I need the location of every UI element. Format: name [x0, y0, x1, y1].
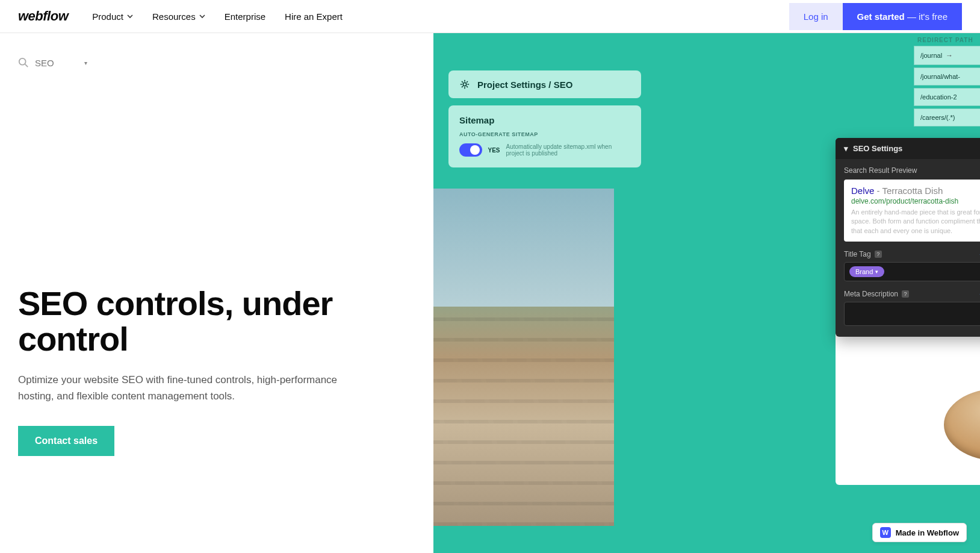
- badge-text: Made in Webflow: [896, 528, 959, 537]
- preview-brand: Delve: [851, 186, 874, 196]
- made-in-webflow-badge[interactable]: W Made in Webflow: [872, 523, 967, 542]
- redirect-path: /careers/(.*): [920, 114, 955, 121]
- page-description: Optimize your website SEO with fine-tune…: [18, 372, 343, 404]
- redirect-table: REDIRECT PATH /journal→ /journal/what- /…: [914, 34, 980, 129]
- header-right: Log in Get started — it's free: [789, 3, 962, 30]
- meta-desc-label: Meta Description?: [844, 290, 909, 298]
- redirect-row[interactable]: /journal→: [914, 46, 980, 65]
- breadcrumb-label: SEO: [35, 58, 54, 68]
- svg-point-0: [19, 58, 26, 65]
- right-visual-panel: REDIRECT PATH /journal→ /journal/what- /…: [433, 33, 980, 553]
- svg-point-2: [463, 83, 466, 86]
- redirect-path: /education-2: [920, 93, 957, 101]
- logo[interactable]: webflow: [18, 8, 68, 24]
- preview-label: Search Result Preview: [844, 166, 980, 175]
- title-tag-text: Title Tag: [844, 250, 871, 258]
- seo-panel-title: SEO Settings: [853, 144, 902, 153]
- caret-down-icon: ▾: [844, 144, 848, 153]
- seo-panel-body: Search Result Preview Delve - Terracotta…: [836, 159, 980, 337]
- help-icon[interactable]: ?: [875, 251, 882, 258]
- redirect-path: /journal: [920, 52, 942, 59]
- left-column: SEO ▾ SEO controls, under control Optimi…: [0, 33, 433, 553]
- webflow-logo-icon: W: [880, 527, 891, 538]
- login-button[interactable]: Log in: [789, 3, 843, 30]
- meta-desc-text: Meta Description: [844, 290, 898, 298]
- toggle-label: YES: [488, 147, 500, 154]
- preview-url: delve.com/product/terracotta-dish: [851, 197, 980, 205]
- cta-main: Get started: [857, 11, 905, 22]
- preview-title: Delve - Terracotta Dish: [851, 186, 980, 196]
- nav-product-label: Product: [92, 11, 123, 22]
- search-icon: [18, 57, 29, 68]
- breadcrumb[interactable]: SEO ▾: [18, 57, 415, 68]
- meta-description-input[interactable]: [844, 302, 980, 326]
- terracotta-dish-image: [944, 389, 980, 461]
- nav-enterprise-label: Enterprise: [225, 11, 265, 22]
- title-tag-label: Title Tag?: [844, 250, 882, 258]
- brand-chip[interactable]: Brand: [849, 266, 884, 277]
- hero: SEO controls, under control Optimize you…: [18, 286, 397, 456]
- chevron-down-icon: [127, 13, 133, 19]
- preview-description: An entirely hand-made piece that is grea…: [851, 208, 980, 236]
- project-settings-title: Project Settings / SEO: [477, 80, 572, 90]
- redirect-row[interactable]: /education-2: [914, 88, 980, 106]
- meta-desc-row: Meta Description? + Add Fie: [844, 290, 980, 298]
- svg-line-1: [25, 64, 28, 67]
- nav-product[interactable]: Product: [92, 11, 133, 22]
- nav-hire[interactable]: Hire an Expert: [285, 11, 343, 22]
- gear-icon: [459, 79, 470, 90]
- main: SEO ▾ SEO controls, under control Optimi…: [0, 33, 980, 553]
- caret-down-icon: ▾: [84, 60, 87, 66]
- sitemap-toggle[interactable]: [459, 143, 482, 157]
- preview-product: - Terracotta Dish: [874, 186, 943, 196]
- redirect-path: /journal/what-: [920, 73, 960, 80]
- page-title: SEO controls, under control: [18, 286, 397, 357]
- seo-settings-panel: ▾ SEO Settings Search Result Preview Del…: [836, 138, 980, 337]
- title-tag-row: Title Tag? + Add Fie: [844, 250, 980, 258]
- nav: Product Resources Enterprise Hire an Exp…: [92, 11, 343, 22]
- help-icon[interactable]: ?: [902, 290, 909, 298]
- sitemap-title: Sitemap: [459, 115, 630, 125]
- chevron-down-icon: [199, 13, 205, 19]
- seo-panel-header[interactable]: ▾ SEO Settings: [836, 138, 980, 159]
- nav-enterprise[interactable]: Enterprise: [225, 11, 265, 22]
- redirect-header: REDIRECT PATH: [914, 34, 980, 46]
- header: webflow Product Resources Enterprise Hir…: [0, 0, 980, 33]
- nav-resources-label: Resources: [152, 11, 196, 22]
- redirect-row[interactable]: /careers/(.*): [914, 108, 980, 127]
- arrow-right-icon: →: [946, 51, 953, 60]
- nav-hire-label: Hire an Expert: [285, 11, 343, 22]
- get-started-button[interactable]: Get started — it's free: [843, 3, 962, 30]
- title-tag-input[interactable]: Brand: [844, 262, 980, 281]
- redirect-row[interactable]: /journal/what-: [914, 67, 980, 86]
- project-settings-card: Project Settings / SEO: [448, 70, 641, 98]
- cityscape-image: [433, 189, 614, 526]
- contact-sales-button[interactable]: Contact sales: [18, 426, 114, 456]
- sitemap-toggle-row: YES Automatically update sitemap.xml whe…: [459, 143, 630, 157]
- sitemap-description: Automatically update sitemap.xml when pr…: [506, 143, 630, 157]
- sitemap-subtitle: AUTO-GENERATE SITEMAP: [459, 131, 630, 137]
- sitemap-card: Sitemap AUTO-GENERATE SITEMAP YES Automa…: [448, 105, 641, 167]
- toggle-knob: [470, 145, 480, 155]
- cta-sub: — it's free: [905, 11, 947, 22]
- nav-resources[interactable]: Resources: [152, 11, 205, 22]
- search-result-preview: Delve - Terracotta Dish delve.com/produc…: [844, 180, 980, 242]
